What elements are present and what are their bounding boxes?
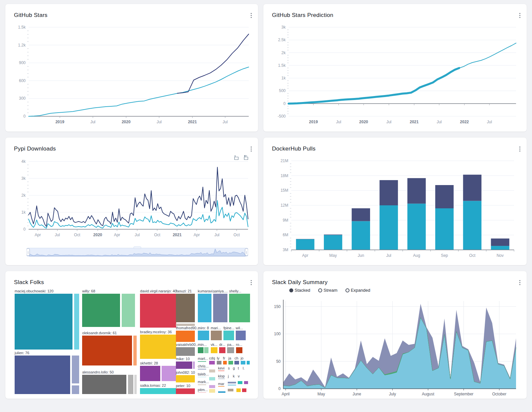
treemap-cell[interactable] — [140, 335, 176, 359]
bar-may-bottom[interactable] — [324, 235, 342, 250]
slider-handle[interactable] — [245, 249, 248, 256]
bar-apr-bottom[interactable] — [296, 239, 314, 250]
treemap-cell[interactable] — [242, 388, 246, 392]
bar-may-top[interactable] — [324, 235, 342, 235]
legend-item-stream[interactable]: Stream — [318, 288, 337, 293]
treemap-cell[interactable] — [209, 369, 215, 373]
treemap-cell[interactable] — [140, 294, 176, 328]
bar-jun-top[interactable] — [352, 208, 370, 221]
treemap-cell[interactable] — [176, 375, 195, 382]
treemap-mini-label[interactable]: s — [228, 366, 230, 370]
bar-apr-top[interactable] — [296, 239, 314, 239]
treemap-cell[interactable] — [213, 294, 227, 322]
treemap-cell[interactable] — [15, 294, 72, 350]
treemap-cell[interactable] — [198, 331, 209, 341]
data-zoom-slider[interactable] — [27, 247, 248, 258]
treemap-cell[interactable] — [244, 381, 248, 384]
treemap-mini-label[interactable]: kevi — [218, 366, 225, 371]
panel-menu-button[interactable] — [249, 145, 253, 153]
treemap-cell[interactable] — [176, 331, 195, 342]
slider-grip[interactable] — [134, 247, 141, 249]
treemap-cell[interactable] — [247, 361, 249, 364]
treemap-cell[interactable] — [229, 294, 250, 322]
treemap-cell[interactable] — [128, 375, 133, 394]
treemap-cell[interactable] — [223, 361, 227, 364]
bar-jun-bottom[interactable] — [352, 221, 370, 250]
treemap-cell[interactable] — [176, 361, 192, 368]
bar-oct-bottom[interactable] — [463, 201, 481, 250]
panel-menu-button[interactable] — [249, 11, 253, 20]
panel-menu-button[interactable] — [518, 278, 522, 287]
bar-aug-top[interactable] — [407, 178, 426, 204]
treemap-mini-label[interactable]: g — [233, 366, 235, 370]
treemap-cell[interactable] — [72, 385, 79, 394]
legend-item-expanded[interactable]: Expanded — [345, 288, 370, 293]
treemap-cell[interactable] — [82, 336, 132, 365]
treemap-cell[interactable] — [198, 294, 211, 322]
treemap-cell[interactable] — [133, 336, 137, 365]
bar-sep-bottom[interactable] — [435, 208, 454, 250]
treemap-cell[interactable] — [140, 366, 160, 381]
bar-aug-bottom[interactable] — [407, 204, 426, 250]
treemap-mini-label[interactable]: t — [238, 366, 239, 370]
treemap-cell[interactable] — [211, 331, 222, 341]
treemap-cell[interactable] — [241, 361, 245, 364]
treemap-cell[interactable] — [140, 388, 176, 394]
treemap-cell[interactable] — [228, 382, 236, 383]
bar-jul-bottom[interactable] — [380, 205, 398, 250]
treemap-cell[interactable] — [193, 361, 195, 368]
treemap-cell[interactable] — [82, 294, 120, 327]
treemap-mini-label[interactable]: k — [233, 374, 235, 378]
treemap-cell[interactable] — [74, 294, 79, 350]
treemap-cell[interactable] — [72, 356, 79, 383]
treemap-cell[interactable] — [198, 377, 206, 377]
bar-jul-top[interactable] — [380, 180, 398, 205]
bar-sep-top[interactable] — [435, 185, 454, 208]
panel-menu-button[interactable] — [249, 278, 253, 287]
treemap-cell[interactable] — [134, 375, 136, 394]
treemap-cell[interactable] — [228, 389, 233, 391]
treemap-cell[interactable] — [176, 388, 195, 394]
treemap-cell[interactable] — [82, 375, 126, 394]
treemap-cell[interactable] — [122, 294, 135, 327]
treemap-cell[interactable] — [209, 389, 215, 392]
treemap-cell[interactable] — [162, 366, 176, 381]
treemap-cell[interactable] — [15, 356, 70, 394]
treemap-cell[interactable] — [218, 391, 226, 393]
treemap-cell[interactable] — [217, 361, 221, 364]
treemap-mini-label[interactable]: l. — [243, 366, 245, 370]
bar-oct-top[interactable] — [463, 175, 481, 201]
treemap-cell[interactable] — [209, 377, 215, 380]
treemap-cell[interactable] — [236, 388, 241, 392]
treemap-cell[interactable] — [198, 369, 206, 369]
treemap-cell[interactable] — [236, 331, 246, 341]
treemap-cell[interactable] — [209, 385, 215, 388]
legend-item-stacked[interactable]: Stacked — [289, 288, 310, 293]
panel-menu-button[interactable] — [518, 145, 522, 153]
treemap-cell[interactable] — [204, 347, 208, 353]
treemap-mini-label[interactable]: klop — [218, 374, 225, 379]
treemap-cell[interactable] — [198, 392, 206, 393]
bar-nov-top[interactable] — [491, 239, 509, 246]
treemap-cell[interactable] — [223, 331, 234, 341]
treemap-mini-label[interactable]: j — [228, 374, 228, 378]
treemap-cell[interactable] — [228, 384, 236, 386]
slider-handle[interactable] — [27, 249, 30, 256]
panel-menu-button[interactable] — [518, 11, 522, 20]
bar-nov-bottom[interactable] — [491, 246, 509, 250]
treemap-cell[interactable] — [198, 347, 203, 353]
treemap-cell[interactable] — [227, 347, 234, 353]
treemap-mini-label[interactable]: mar — [218, 382, 224, 387]
treemap-cell[interactable] — [198, 361, 206, 362]
treemap-mini-label[interactable]: v — [238, 374, 240, 378]
treemap-cell[interactable] — [176, 347, 195, 356]
treemap-cell[interactable] — [238, 381, 242, 384]
treemap-cell[interactable] — [198, 384, 206, 385]
treemap-cell[interactable] — [236, 347, 242, 353]
treemap-cell[interactable] — [234, 361, 239, 364]
treemap-cell[interactable] — [209, 361, 215, 364]
treemap-cell[interactable] — [176, 294, 195, 322]
treemap-cell[interactable] — [211, 347, 217, 353]
treemap-cell[interactable] — [219, 347, 225, 353]
treemap-cell[interactable] — [228, 361, 233, 364]
